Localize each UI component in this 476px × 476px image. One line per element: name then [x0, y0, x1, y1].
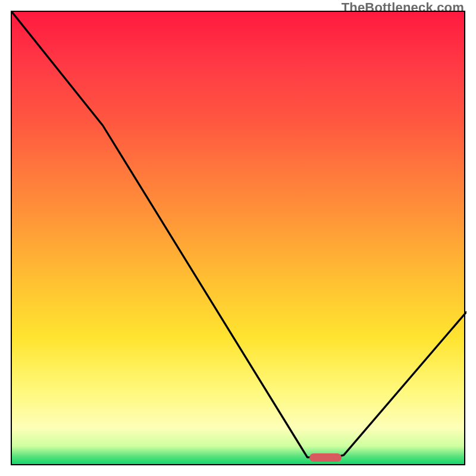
bottleneck-curve-path: [12, 12, 466, 458]
curve-svg: [12, 12, 466, 466]
chart-frame: TheBottleneck.com: [0, 0, 476, 476]
plot-area: [11, 11, 465, 465]
optimal-segment-marker: [309, 453, 341, 462]
